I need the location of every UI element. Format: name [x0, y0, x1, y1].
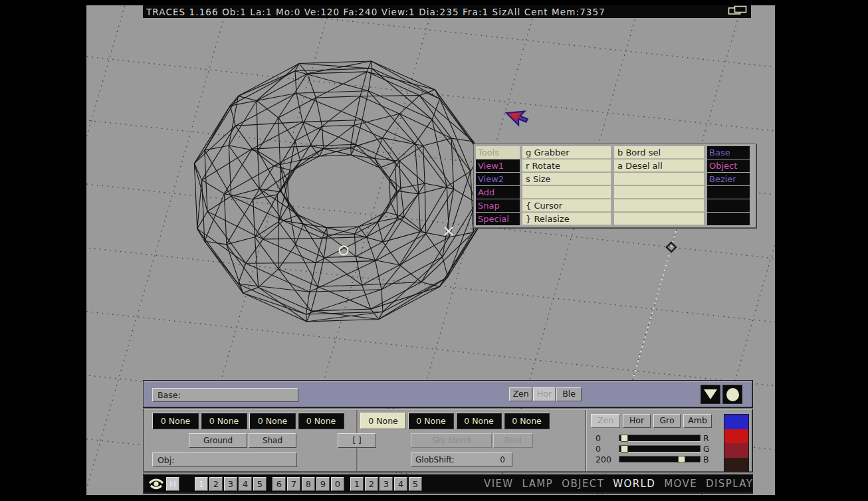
layer-button[interactable]: 3 — [380, 477, 393, 491]
slider-value: 200 — [596, 456, 618, 464]
triangle-down-icon — [704, 389, 717, 399]
layer-button[interactable]: 6 — [272, 477, 286, 491]
menu-mode-tab-object[interactable]: Object — [707, 159, 750, 172]
color-swatch[interactable] — [724, 429, 748, 444]
texture-slot[interactable]: 0 None — [201, 413, 247, 429]
slider-track-r[interactable] — [619, 435, 701, 442]
menu-selection-item[interactable] — [614, 186, 705, 199]
mode-label-display[interactable]: DISPLAY — [706, 478, 753, 490]
slider-handle[interactable] — [621, 445, 628, 452]
eye-icon[interactable] — [148, 476, 164, 495]
base-name-field[interactable]: Base: — [152, 388, 298, 402]
ground-button[interactable]: Ground — [189, 433, 247, 448]
header-mode-hor[interactable]: Hor — [533, 387, 556, 401]
brackets-button[interactable]: [ ] — [338, 433, 376, 448]
menu-shortcut-item[interactable]: s Size — [522, 173, 611, 185]
layer-button[interactable]: 8 — [302, 477, 315, 491]
color-swatch[interactable] — [724, 415, 748, 429]
slider-track-b[interactable] — [619, 456, 701, 463]
sky-blend-button[interactable]: Sky blend — [411, 433, 492, 448]
slider-track-g[interactable] — [619, 445, 701, 452]
layer-button[interactable]: 1 — [195, 477, 208, 491]
obj-field[interactable]: Obj: — [152, 452, 297, 467]
color-swatch-column — [724, 414, 749, 472]
layer-button[interactable]: 5 — [409, 477, 422, 491]
menu-tab-view2[interactable]: View2 — [476, 173, 520, 185]
menu-tab-add[interactable]: Add — [476, 186, 520, 199]
depth-gadget-icon[interactable] — [728, 5, 748, 18]
menu-shortcut-item[interactable]: g Grabber — [522, 146, 611, 159]
title-text: TRACES 1.166 Ob:1 La:1 Mo:0 Ve:120 Fa:24… — [146, 7, 605, 17]
menu-tab-tools[interactable]: Tools — [476, 146, 520, 159]
world-header-panel: Base: ZenHorBle — [143, 380, 753, 408]
channel-tab-gro[interactable]: Gro — [653, 414, 681, 428]
mode-label-move[interactable]: MOVE — [664, 478, 697, 490]
slider-letter: R — [703, 435, 709, 443]
layer-button[interactable]: 1 — [350, 477, 364, 491]
menu-mode-tab-base[interactable]: Base — [707, 146, 750, 159]
globshift-button[interactable]: GlobShift: 0 — [411, 452, 512, 467]
menu-selection-item[interactable]: b Bord sel — [614, 146, 705, 159]
obj-field-label: Obj: — [158, 455, 174, 465]
mode-label-world[interactable]: WORLD — [613, 478, 655, 490]
layer-button[interactable]: 7 — [287, 477, 300, 491]
bottom-toolbar: H 123456789012345 VIEWLAMPOBJECTWORLDMOV… — [143, 474, 753, 494]
collapse-panel-button[interactable] — [701, 385, 720, 404]
layer-button[interactable]: 9 — [316, 477, 330, 491]
layer-button[interactable]: 2 — [365, 477, 378, 491]
color-swatch[interactable] — [724, 443, 748, 458]
texture-slot[interactable]: 0 None — [504, 413, 550, 429]
layer-button[interactable]: 4 — [394, 477, 407, 491]
header-mode-ble[interactable]: Ble — [556, 387, 582, 401]
mode-label-view[interactable]: VIEW — [484, 478, 514, 490]
real-button[interactable]: Real — [493, 433, 533, 448]
mode-label-object[interactable]: OBJECT — [562, 478, 604, 490]
menu-selection-item[interactable] — [614, 199, 705, 212]
menu-mode-tab-bezier[interactable]: Bezier — [707, 173, 750, 185]
menu-shortcut-item[interactable]: } Relasize — [522, 213, 611, 225]
color-swatch[interactable] — [724, 458, 748, 472]
layer-button[interactable]: 2 — [209, 477, 223, 491]
world-buttons-panel: 0 None0 None0 None0 None 0 None0 None0 N… — [143, 409, 753, 472]
texture-slot[interactable]: 0 None — [152, 413, 199, 429]
menu-shortcut-item[interactable] — [522, 186, 611, 199]
slider-letter: B — [703, 456, 709, 464]
hide-button[interactable]: H — [166, 477, 179, 491]
panel-divider — [585, 410, 587, 471]
menu-shortcut-item[interactable]: r Rotate — [522, 159, 611, 172]
title-bar[interactable]: TRACES 1.166 Ob:1 La:1 Mo:0 Ve:120 Fa:24… — [143, 5, 751, 18]
slider-handle[interactable] — [678, 456, 685, 463]
shad-button[interactable]: Shad — [249, 433, 296, 448]
3d-viewport[interactable]: TRACES 1.166 Ob:1 La:1 Mo:0 Ve:120 Fa:24… — [86, 5, 775, 495]
menu-shortcut-item[interactable]: { Cursor — [522, 199, 611, 212]
globshift-label: GlobShift: — [415, 456, 455, 464]
mode-label-lamp[interactable]: LAMP — [522, 478, 554, 490]
header-mode-zen[interactable]: Zen — [509, 387, 532, 401]
slider-letter: G — [703, 445, 710, 453]
texture-slot[interactable]: 0 None — [360, 413, 406, 429]
menu-selection-item[interactable] — [614, 213, 705, 225]
menu-tab-view1[interactable]: View1 — [476, 159, 520, 172]
menu-selection-item[interactable] — [614, 173, 705, 185]
channel-tab-amb[interactable]: Amb — [683, 414, 712, 428]
texture-slot[interactable]: 0 None — [249, 413, 296, 429]
layer-button[interactable]: 5 — [253, 477, 267, 491]
texture-slot[interactable]: 0 None — [456, 413, 502, 429]
slider-handle[interactable] — [621, 435, 628, 442]
mode-labels: VIEWLAMPOBJECTWORLDMOVEDISPLAY — [484, 478, 753, 490]
layer-button[interactable]: 3 — [224, 477, 237, 491]
menu-selection-item[interactable]: a Desel all — [614, 159, 705, 172]
texture-slot[interactable]: 0 None — [408, 413, 454, 429]
menu-mode-tab-empty — [707, 186, 750, 199]
traces-app-window: TRACES 1.166 Ob:1 La:1 Mo:0 Ve:120 Fa:24… — [0, 0, 868, 501]
layer-button[interactable]: 0 — [331, 477, 344, 491]
menu-tab-special[interactable]: Special — [476, 213, 520, 225]
tools-popup-menu: Toolsg Grabberb Bord selBaseView1r Rotat… — [473, 144, 756, 228]
texture-slot[interactable]: 0 None — [298, 413, 344, 429]
channel-tab-zen[interactable]: Zen — [591, 414, 620, 428]
layer-button[interactable]: 4 — [239, 477, 252, 491]
preview-sphere-button[interactable] — [722, 385, 742, 404]
slider-value: 0 — [596, 435, 618, 443]
menu-tab-snap[interactable]: Snap — [476, 199, 520, 212]
channel-tab-hor[interactable]: Hor — [623, 414, 651, 428]
